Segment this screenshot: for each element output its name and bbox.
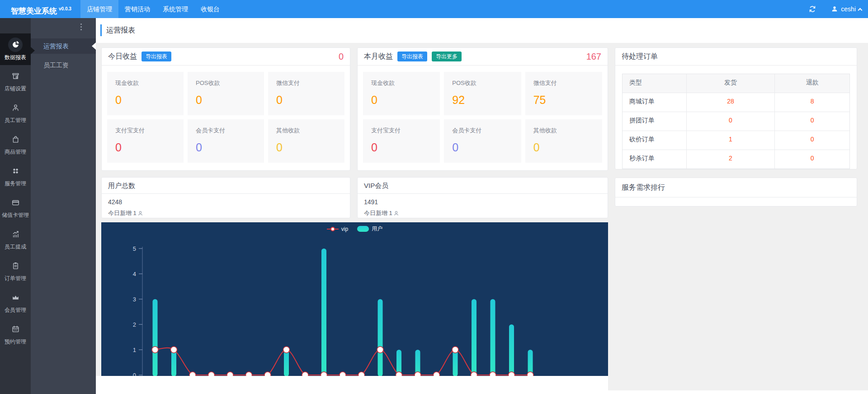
refund-count: 0 [774, 150, 849, 169]
pending-orders-table: 类型 发货 退款 商城订单 28 8 拼团订单 0 0 砍价订单 1 0 [622, 74, 850, 169]
stored-card-icon [9, 196, 22, 210]
sidebar-item-appointment-management[interactable]: 预约管理 [0, 318, 31, 350]
sidebar-item-label: 服务管理 [5, 180, 26, 188]
export-more-button[interactable]: 导出更多 [432, 52, 462, 61]
commission-chart-icon [9, 228, 22, 241]
svg-text:3: 3 [133, 296, 136, 303]
export-report-button[interactable]: 导出报表 [142, 52, 171, 61]
stat-label: 微信支付 [533, 79, 594, 87]
stat-value: 0 [276, 141, 336, 154]
order-clipboard-icon [9, 259, 22, 273]
stat-label: 现金收款 [371, 79, 432, 87]
tab-shop-management[interactable]: 店铺管理 [80, 0, 118, 18]
ship-count: 28 [686, 93, 775, 112]
stat-label: 支付宝支付 [371, 127, 432, 135]
sidebar-item-staff-commission[interactable]: 员工提成 [0, 223, 31, 255]
table-header-row: 类型 发货 退款 [623, 74, 849, 93]
refresh-icon[interactable] [807, 4, 817, 14]
table-row: 砍价订单 1 0 [623, 131, 849, 150]
chart-card-bottom [96, 376, 608, 390]
goods-bag-icon [9, 133, 22, 146]
order-type: 秒杀订单 [623, 150, 686, 169]
svg-text:1: 1 [133, 347, 136, 353]
username: ceshi [841, 5, 856, 13]
svg-text:4: 4 [133, 271, 136, 277]
stat-value: 0 [452, 141, 513, 154]
tab-marketing[interactable]: 营销活动 [118, 0, 156, 18]
content-area: 今日收益 导出报表 0 现金收款0 POS收款0 微信支付0 支付宝支付0 会员… [96, 43, 868, 390]
svg-text:0: 0 [133, 372, 136, 376]
stat-label: POS收款 [196, 79, 256, 87]
legend-label: 用户 [372, 225, 382, 233]
ship-count: 2 [686, 150, 775, 169]
service-demand-ranking-card: 服务需求排行 [615, 178, 857, 206]
app-logo: 智慧美业系统v0.0.3 [11, 0, 71, 18]
legend-item-users[interactable]: 用户 [357, 225, 382, 233]
refund-count: 8 [774, 93, 849, 112]
sidebar-item-staff-management[interactable]: 员工管理 [0, 97, 31, 128]
chevron-up-icon [858, 8, 863, 12]
legend-item-vip[interactable]: vip [327, 225, 348, 233]
table-row: 拼团订单 0 0 [623, 112, 849, 131]
card-title: 服务需求排行 [622, 178, 665, 197]
table-row: 商城订单 28 8 [623, 93, 849, 112]
sidebar-item-data-reports[interactable]: 数据报表 [0, 33, 31, 65]
users-total-card: 用户总数 4248 今日新增 1 [101, 177, 350, 218]
order-type: 商城订单 [623, 93, 686, 112]
sidebar-item-label: 储值卡管理 [2, 211, 29, 219]
chart-legend: vip 用户 [101, 225, 608, 233]
stat-value: 0 [196, 141, 256, 154]
col-type: 类型 [623, 74, 686, 93]
submenu-item-staff-salary[interactable]: 员工工资 [31, 57, 96, 73]
sidebar-item-goods-management[interactable]: 商品管理 [0, 128, 31, 160]
user-menu[interactable]: ceshi [831, 5, 862, 13]
today-total-value: 0 [339, 48, 344, 65]
collapse-handle-icon[interactable] [80, 23, 85, 30]
col-refund: 退款 [774, 74, 849, 93]
main-area: 运营报表 今日收益 导出报表 0 现金收款0 POS收款0 微信支付0 支付宝支… [96, 18, 868, 394]
sidebar-item-label: 商品管理 [5, 148, 26, 156]
sidebar-item-label: 店铺设置 [5, 85, 26, 93]
card-title: 今日收益 [108, 48, 137, 65]
sidebar-item-order-management[interactable]: 订单管理 [0, 255, 31, 286]
submenu-item-label: 运营报表 [43, 42, 69, 50]
stat-tile-member-card: 会员卡支付0 [188, 119, 264, 163]
vip-total-value: 1491 [364, 198, 601, 206]
export-report-button[interactable]: 导出报表 [397, 52, 427, 61]
sidebar-item-label: 预约管理 [5, 338, 26, 346]
order-type: 砍价订单 [623, 131, 686, 150]
sidebar-item-service-management[interactable]: 服务管理 [0, 160, 31, 192]
sidebar-item-member-management[interactable]: 会员管理 [0, 286, 31, 318]
user-icon [831, 5, 838, 13]
svg-text:5: 5 [133, 245, 136, 252]
stat-label: 其他收款 [276, 127, 336, 135]
appointment-calendar-icon [9, 323, 22, 336]
sidebar-item-store-settings[interactable]: 店铺设置 [0, 65, 31, 97]
submenu-item-operation-report[interactable]: 运营报表 [31, 38, 96, 54]
stat-tile-other: 其他收款0 [268, 119, 344, 163]
ship-count: 0 [686, 112, 775, 131]
refund-count: 0 [774, 112, 849, 131]
store-icon [9, 70, 22, 83]
staff-person-icon [9, 101, 22, 115]
sidebar-item-label: 订单管理 [5, 275, 26, 282]
stat-label: 支付宝支付 [115, 127, 175, 135]
sidebar-item-stored-card-management[interactable]: 储值卡管理 [0, 192, 31, 223]
tab-cashier[interactable]: 收银台 [194, 0, 226, 18]
stat-value: 75 [533, 94, 594, 107]
stat-label: 现金收款 [115, 79, 175, 87]
tab-system[interactable]: 系统管理 [156, 0, 194, 18]
new-user-icon [393, 211, 399, 216]
today-new-users: 今日新增 1 [108, 209, 137, 217]
stat-tiles: 现金收款0 POS收款92 微信支付75 支付宝支付0 会员卡支付0 其他收款0 [358, 66, 608, 169]
stat-tile-pos: POS收款0 [188, 72, 264, 115]
topbar-right: ceshi [807, 0, 862, 18]
top-nav: 店铺管理 营销活动 系统管理 收银台 [80, 0, 226, 18]
card-title: 用户总数 [108, 178, 135, 193]
users-total-value: 4248 [108, 198, 344, 206]
stat-value: 0 [115, 141, 175, 154]
stat-tiles: 现金收款0 POS收款0 微信支付0 支付宝支付0 会员卡支付0 其他收款0 [102, 66, 350, 169]
page-title: 运营报表 [100, 24, 135, 36]
legend-label: vip [341, 226, 348, 232]
table-row: 秒杀订单 2 0 [623, 150, 849, 169]
